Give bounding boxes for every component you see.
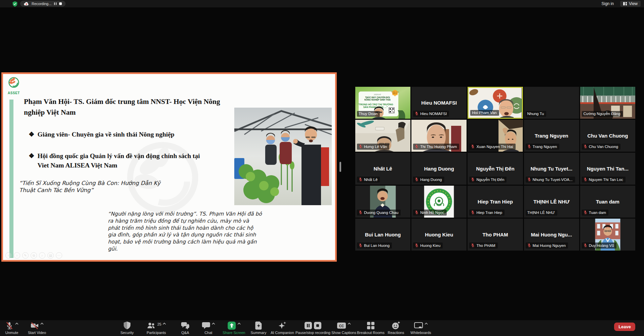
chevron-up-icon[interactable] [425, 323, 428, 325]
svg-text:“TRONG HỖ TRỢ THỊ TRƯỜNG: “TRONG HỖ TRỢ THỊ TRƯỜNG [358, 103, 393, 106]
participant-tile-12[interactable]: Hang DuongHang Duong [411, 153, 467, 185]
summary-icon [254, 321, 263, 331]
muted-mic-icon [527, 144, 531, 149]
participant-tile-15[interactable]: Nguyen Thi Tan...Nguyen Thi Tan Loc [580, 153, 635, 185]
security-icon [123, 321, 131, 331]
encryption-shield-icon[interactable] [12, 1, 18, 7]
participant-tile-11[interactable]: Nhất LêNhất Lê [355, 153, 410, 185]
slide-title: Phạm Văn Hội- TS. Giám đốc trung tâm NNS… [24, 96, 229, 118]
sign-in-button[interactable]: Sign in [599, 1, 617, 7]
shared-screen-slide: ASSET Phạm Văn Hội- TS. Giám đốc trung t… [1, 72, 337, 262]
start-video-icon [30, 321, 39, 331]
participant-tile-1[interactable]: WEBINAR THÚC ĐẨY CHUYỂN ĐỔI NÔNG NGHIỆP … [355, 87, 410, 119]
toolbar-unmute-label: Unmute [5, 331, 18, 335]
asset-logo: ASSET [6, 75, 22, 95]
participant-tile-24[interactable]: Mai Huong Ngu...Mai Huong Nguyen [524, 219, 579, 251]
participant-name-label: Duy Hoàng Vũ [582, 242, 616, 249]
participant-tile-22[interactable]: Huong KieuHuong Kieu [411, 219, 467, 251]
leave-button[interactable]: Leave [614, 323, 635, 331]
participant-name-label: Tho PHAM [469, 242, 497, 249]
chevron-up-icon[interactable] [15, 323, 18, 325]
toolbar-share-screen-button[interactable]: Share Screen [223, 322, 245, 335]
toolbar-pause-stop-recording-label: Pause/stop recording [295, 331, 330, 335]
stop-recording-button[interactable] [59, 2, 62, 5]
participants-icon [147, 321, 156, 331]
view-button[interactable]: View [620, 1, 641, 7]
participant-tile-23[interactable]: Tho PHAMTho PHAM [468, 219, 523, 251]
share-screen-icon [227, 321, 236, 331]
toolbar-chat-button[interactable]: Chat [202, 322, 215, 335]
toolbar-show-captions-button[interactable]: CCShow Captions [331, 322, 356, 335]
participant-tile-13[interactable]: Nguyễn Thị ĐếnNguyễn Thị Đến [468, 153, 523, 185]
slide-zoom-icon: ⌕ [39, 252, 45, 259]
toolbar-ai-companion-button[interactable]: AI Companion [271, 322, 294, 335]
toolbar-start-video-button[interactable]: Start Video [28, 322, 46, 335]
pause-recording-button[interactable] [54, 2, 56, 5]
muted-mic-icon [471, 210, 475, 215]
participant-name-label: Mai Huong Nguyen [526, 242, 568, 249]
slide-bullet-1: ❖ Giảng viên- Chuyên gia về sinh thái Nô… [29, 130, 217, 139]
slide-next-icon: › [14, 252, 20, 259]
participant-tile-21[interactable]: Bui Lan HuongBui Lan Huong [355, 219, 410, 251]
participant-tile-8[interactable]: Xuan Nguyen Thi Hai [468, 120, 523, 152]
toolbar-participants-button[interactable]: 25Participants [147, 322, 166, 335]
cloud-recording-icon [24, 2, 29, 6]
toolbar-summary-label: Summary [250, 331, 266, 335]
chevron-up-icon[interactable] [237, 323, 241, 325]
toolbar-whiteboards-button[interactable]: Whiteboards [410, 322, 431, 335]
slide-bullet-1-text: Giảng viên- Chuyên gia về sinh thái Nông… [37, 130, 174, 139]
meeting-toolbar: UnmuteStart VideoSecurity25ParticipantsQ… [0, 320, 644, 336]
recording-pill: Recording... [20, 1, 66, 7]
participant-tile-9[interactable]: Trang NguyenTrang Nguyen [524, 120, 579, 152]
show-captions-icon: CC [337, 321, 346, 331]
slide-more-icon: ⋯ [56, 252, 62, 259]
participant-tile-6[interactable]: Hưng Lê Văn [355, 120, 410, 152]
participant-tile-14[interactable]: Nhung Tu Tuyet...Nhung Tu Tuyet-VOA... [524, 153, 579, 185]
participant-tile-7[interactable]: Thi Thu Huong Pham [411, 120, 467, 152]
participant-tile-18[interactable]: Hiep Tran HiepHiep Tran Hiep [468, 186, 523, 218]
muted-mic-icon [583, 144, 587, 149]
chevron-up-icon[interactable] [40, 323, 44, 325]
toolbar-reactions-label: Reactions [388, 331, 404, 335]
breakout-rooms-icon [366, 321, 375, 331]
participant-tile-17[interactable]: Ninh Hồ Ngọc [411, 186, 467, 218]
toolbar-qa-button[interactable]: Q&A [180, 322, 190, 335]
chevron-up-icon[interactable] [212, 323, 215, 325]
participant-tile-19[interactable]: THỊNH LÊ NHƯTHỊNH LÊ NHƯ [524, 186, 579, 218]
participant-name-label: Trang Nguyen [526, 144, 559, 150]
participant-name-label: Cường Nguyễn Đăng [582, 111, 623, 117]
participant-tile-2[interactable]: Hieu NOMAFSIHieu NOMAFSI [411, 87, 467, 119]
toolbar-pause-stop-recording-button[interactable]: Pause/stop recording [295, 322, 330, 335]
panel-resize-handle[interactable] [339, 162, 341, 172]
muted-mic-icon [359, 144, 362, 149]
toolbar-breakout-rooms-button[interactable]: Breakout Rooms [357, 322, 385, 335]
toolbar-unmute-button[interactable]: Unmute [5, 322, 18, 335]
participant-name-label: Hoi Pham Van [470, 110, 499, 116]
participant-tile-16[interactable]: Duong Quang Chau [355, 186, 410, 218]
participant-name-label: Thi Thu Huong Pham [413, 144, 459, 150]
muted-mic-icon [359, 243, 362, 248]
qa-icon [180, 321, 190, 331]
toolbar-reactions-button[interactable]: Reactions [388, 322, 404, 335]
svg-text:WEBINAR: WEBINAR [374, 94, 381, 96]
pause-stop-recording-icon [304, 321, 322, 331]
participant-tile-4[interactable]: Nhung Tu [524, 87, 579, 119]
chevron-up-icon[interactable] [348, 323, 351, 325]
muted-mic-icon [471, 177, 475, 182]
participant-tile-10[interactable]: Chu Van ChuongChu Van Chuong [580, 120, 635, 152]
chevron-up-icon[interactable] [163, 323, 166, 325]
participant-tile-3[interactable]: Hoi Pham Van [468, 87, 523, 119]
participant-name-label: Nhất Lê [357, 177, 380, 183]
view-button-label: View [629, 1, 638, 6]
toolbar-security-button[interactable]: Security [120, 322, 134, 335]
participant-tile-25[interactable]: Duy Hoàng Vũ [580, 219, 635, 251]
recording-status-text: Recording... [32, 2, 51, 6]
unmute-icon [5, 321, 14, 331]
muted-mic-icon [527, 243, 531, 248]
participant-name-label: Hieu NOMAFSI [413, 111, 449, 117]
participant-tile-5[interactable]: Cường Nguyễn Đăng [580, 87, 635, 119]
asset-logo-text: ASSET [6, 91, 22, 95]
toolbar-ai-companion-label: AI Companion [271, 331, 294, 335]
participant-tile-20[interactable]: Tuan damTuan dam [580, 186, 635, 218]
toolbar-summary-button[interactable]: Summary [250, 322, 266, 335]
